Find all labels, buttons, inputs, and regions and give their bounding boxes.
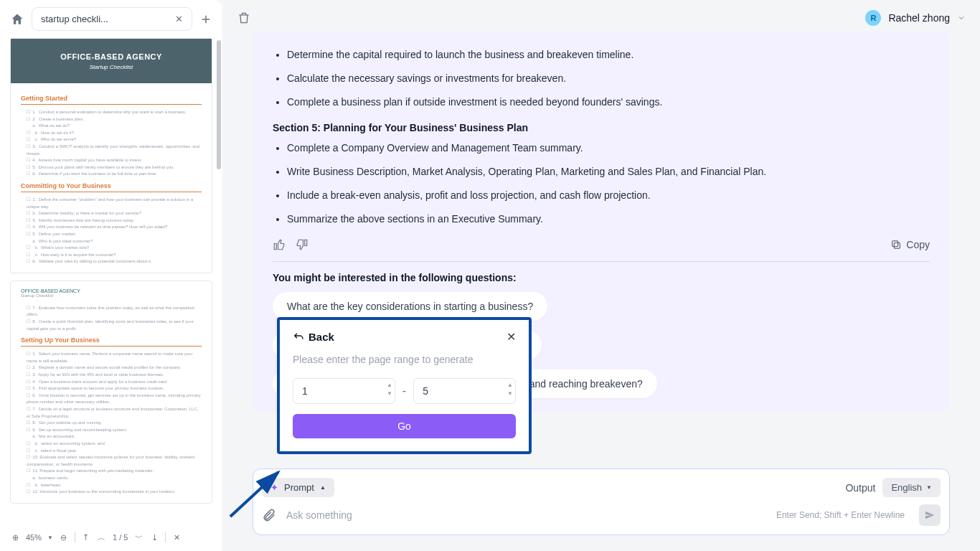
main-panel: R Rachel zhong Determine the capital req…	[222, 0, 980, 551]
doc-page2-title: OFFICE-BASED AGENCY	[11, 281, 212, 293]
prev-page-icon[interactable]: ︿	[97, 532, 107, 542]
doc-page-2[interactable]: OFFICE-BASED AGENCY Startup Checklist ☐ …	[10, 281, 212, 504]
last-page-icon[interactable]: ⤓	[149, 532, 159, 542]
sparkle-icon: ✦	[270, 482, 278, 493]
step-down-icon[interactable]: ▼	[507, 391, 513, 400]
chevron-down-icon	[957, 14, 966, 22]
doc-page-1[interactable]: OFFICE-BASED AGENCY Startup Checklist Ge…	[10, 38, 212, 273]
close-toolbar-icon[interactable]: ✕	[171, 532, 182, 542]
zoom-in-icon[interactable]: ⊕	[10, 532, 20, 542]
suggestions-heading: You might be interested in the following…	[273, 272, 930, 283]
sidebar: startup checkli... ✕ OFFICE-BASED AGENCY…	[0, 0, 222, 551]
back-button[interactable]: Back	[293, 331, 334, 343]
copy-icon	[890, 239, 902, 250]
page-indicator: 1 / 5	[113, 533, 128, 542]
doc-section-heading: Getting Started	[21, 95, 202, 105]
go-button[interactable]: Go	[293, 414, 516, 438]
page-to-input[interactable]	[413, 378, 516, 404]
zoom-level: 45%	[26, 533, 42, 542]
trash-icon[interactable]	[237, 11, 251, 25]
language-value: English	[891, 482, 922, 493]
document-tab[interactable]: startup checkli... ✕	[32, 7, 192, 31]
paperclip-icon[interactable]	[262, 508, 276, 522]
viewer-toolbar: ⊕ 45% ▼ ⊖ ⤒ ︿ 1 / 5 ﹀ ⤓ ✕	[0, 524, 222, 551]
copy-label: Copy	[906, 239, 930, 250]
doc-subtitle: Startup Checklist	[90, 64, 133, 70]
popup-description: Please enter the page range to generate	[293, 354, 516, 365]
doc-page-header: OFFICE-BASED AGENCY Startup Checklist	[11, 39, 212, 83]
bullet-item: Complete a business plan if outside inve…	[287, 93, 930, 111]
page-from-input[interactable]	[293, 378, 395, 404]
back-arrow-icon	[293, 331, 304, 343]
user-name: Rachel zhong	[888, 12, 950, 24]
triangle-down-icon: ▼	[926, 484, 932, 491]
range-dash: -	[402, 385, 406, 397]
language-select[interactable]: English ▼	[882, 478, 941, 497]
copy-button[interactable]: Copy	[890, 239, 930, 250]
close-icon[interactable]: ✕	[507, 330, 516, 344]
page-range-popup: Back ✕ Please enter the page range to ge…	[277, 317, 532, 454]
prompt-menu[interactable]: ✦ Prompt ▲	[262, 478, 334, 497]
back-label: Back	[308, 331, 334, 343]
zoom-out-icon[interactable]: ⊖	[59, 532, 69, 542]
send-button[interactable]	[919, 504, 941, 526]
tab-bar: startup checkli... ✕	[0, 0, 222, 38]
chat-input-bar: ✦ Prompt ▲ Output English ▼ Enter Send; …	[253, 468, 950, 535]
send-icon	[924, 509, 936, 521]
avatar: R	[865, 10, 881, 26]
bullet-item: Calculate the necessary savings or inves…	[287, 70, 930, 88]
svg-rect-0	[895, 243, 900, 249]
doc-section-heading: Setting Up Your Business	[21, 336, 202, 347]
next-page-icon[interactable]: ﹀	[133, 532, 143, 542]
bullet-item: Complete a Company Overview and Manageme…	[287, 139, 930, 157]
output-label: Output	[845, 482, 875, 494]
doc-section-heading: Committing to Your Business	[21, 182, 202, 192]
first-page-icon[interactable]: ⤒	[81, 532, 91, 542]
doc-page2-subtitle: Startup Checklist	[11, 293, 212, 302]
home-icon[interactable]	[10, 12, 24, 27]
svg-rect-1	[892, 241, 898, 247]
section-heading: Section 5: Planning for Your Business' B…	[273, 122, 930, 133]
scrollbar-thumb[interactable]	[217, 40, 221, 169]
bullet-item: Determine the capital required to launch…	[287, 46, 930, 64]
bullet-item: Include a break-even analysis, profit an…	[287, 187, 930, 204]
bullet-item: Write Business Description, Market Analy…	[287, 163, 930, 181]
input-hint: Enter Send; Shift + Enter Newline	[776, 510, 905, 520]
prompt-label: Prompt	[284, 482, 314, 493]
step-down-icon[interactable]: ▼	[387, 391, 392, 400]
thumbs-up-icon[interactable]	[273, 238, 286, 251]
user-menu[interactable]: R Rachel zhong	[865, 10, 966, 26]
plus-icon[interactable]	[199, 13, 212, 26]
doc-title: OFFICE-BASED AGENCY	[60, 52, 162, 61]
bullet-item: Summarize the above sections in an Execu…	[287, 210, 930, 228]
tab-title: startup checkli...	[41, 14, 108, 24]
chat-input[interactable]	[286, 509, 766, 521]
triangle-up-icon: ▲	[320, 484, 326, 491]
document-preview: OFFICE-BASED AGENCY Startup Checklist Ge…	[0, 38, 222, 551]
thumbs-down-icon[interactable]	[296, 238, 308, 251]
close-icon[interactable]: ✕	[175, 14, 183, 24]
